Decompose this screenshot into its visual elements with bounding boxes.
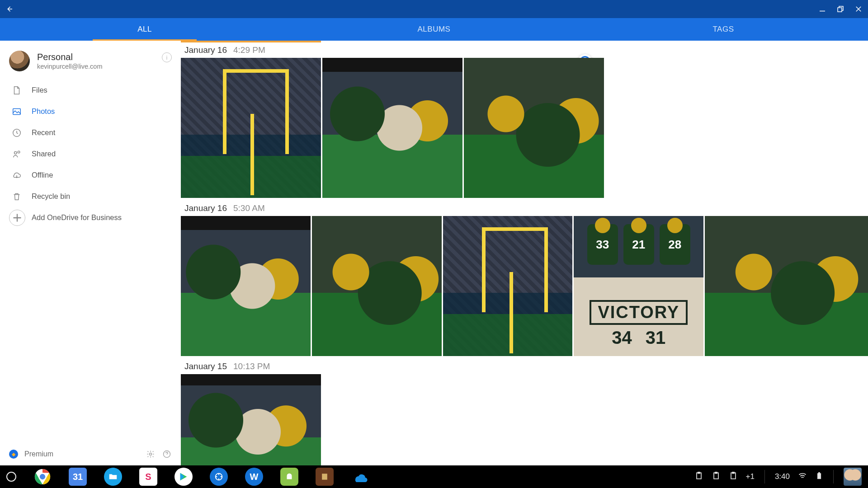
tray-clipboard-icon[interactable] xyxy=(694,471,703,483)
onedrive-taskbar-icon[interactable] xyxy=(351,468,369,486)
sidebar-item-label: Files xyxy=(32,86,47,94)
tab-label: ALL xyxy=(137,25,152,34)
jersey-badge: 21 xyxy=(623,224,654,265)
sidebar-item-label: Recycle bin xyxy=(32,192,70,201)
tray-clipboard-icon[interactable] xyxy=(712,471,721,483)
time-label: 5:30 AM xyxy=(233,203,265,213)
photo-thumbnail[interactable]: 33 21 28 VICTORY 34 31 xyxy=(574,216,703,356)
battery-icon[interactable] xyxy=(815,472,823,482)
sidebar-item-offline[interactable]: Offline xyxy=(9,164,172,186)
trash-icon xyxy=(12,192,22,202)
photo-grid: January 16 4:29 PM January 16 5:30 AM 33… xyxy=(181,41,868,465)
photo-thumbnail[interactable] xyxy=(705,216,868,356)
tray-clipboard-icon[interactable] xyxy=(729,471,738,483)
date-label: January 15 xyxy=(184,361,227,371)
svg-point-9 xyxy=(39,473,46,480)
sidebar-item-recycle-bin[interactable]: Recycle bin xyxy=(9,186,172,207)
photo-thumbnail[interactable] xyxy=(181,58,321,198)
settings-icon[interactable] xyxy=(146,449,156,459)
time-label: 10:13 PM xyxy=(233,361,270,371)
target-app-icon[interactable] xyxy=(210,468,228,486)
sidebar-item-shared[interactable]: Shared xyxy=(9,143,172,164)
photo-row xyxy=(181,58,868,199)
cloud-off-icon xyxy=(12,170,22,180)
tab-label: TAGS xyxy=(712,25,734,34)
minimize-button[interactable] xyxy=(818,5,826,13)
score-b: 31 xyxy=(646,328,666,348)
sidebar-footer: ◆ Premium xyxy=(9,449,172,459)
photo-thumbnail[interactable] xyxy=(464,58,604,198)
svg-rect-21 xyxy=(819,472,820,473)
svg-rect-13 xyxy=(322,474,327,479)
help-icon[interactable] xyxy=(162,449,172,459)
tray-separator xyxy=(764,470,765,483)
svg-rect-20 xyxy=(817,473,821,479)
svg-point-5 xyxy=(150,453,152,455)
launcher-icon[interactable] xyxy=(6,472,16,482)
tab-all[interactable]: ALL xyxy=(0,18,289,41)
back-button[interactable] xyxy=(5,5,14,13)
tray-clock[interactable]: 3:40 xyxy=(775,472,790,481)
sidebar-item-add-business[interactable]: Add OneDrive for Business xyxy=(9,207,172,228)
account-email: kevinpurcell@live.com xyxy=(37,63,102,70)
slack-icon[interactable]: S xyxy=(139,468,157,486)
photo-thumbnail[interactable] xyxy=(181,374,321,465)
share-icon xyxy=(12,149,22,159)
tab-label: ALBUMS xyxy=(418,25,451,34)
sidebar-item-label: Photos xyxy=(32,107,55,116)
sidebar-item-files[interactable]: Files xyxy=(9,80,172,101)
sidebar-nav: Files Photos Recent Shared Offline Recyc… xyxy=(9,80,172,228)
tab-tags[interactable]: TAGS xyxy=(579,18,868,41)
close-button[interactable] xyxy=(854,5,863,13)
sidebar-item-label: Offline xyxy=(32,171,53,179)
upload-progress-bar xyxy=(181,41,321,42)
photo-row xyxy=(181,374,868,465)
account-name: Personal xyxy=(37,52,102,62)
svg-rect-15 xyxy=(698,472,700,473)
sidebar: Personal kevinpurcell@live.com i Files P… xyxy=(0,41,181,465)
restore-button[interactable] xyxy=(836,5,844,13)
svg-rect-19 xyxy=(732,472,734,473)
date-header: January 16 4:29 PM xyxy=(181,41,868,58)
sidebar-item-label: Recent xyxy=(32,128,55,137)
account-info-icon[interactable]: i xyxy=(162,52,172,62)
wifi-icon[interactable] xyxy=(798,471,807,483)
account-header[interactable]: Personal kevinpurcell@live.com i xyxy=(9,51,172,71)
jersey-badge: 28 xyxy=(660,224,690,265)
svg-point-4 xyxy=(18,151,20,153)
score-a: 34 xyxy=(612,328,632,348)
window-titlebar xyxy=(0,0,868,18)
sidebar-item-recent[interactable]: Recent xyxy=(9,122,172,143)
photo-thumbnail[interactable] xyxy=(322,58,462,198)
time-label: 4:29 PM xyxy=(233,45,265,55)
photo-thumbnail[interactable] xyxy=(181,216,311,356)
tray-overflow-count[interactable]: +1 xyxy=(746,472,755,481)
date-header: January 16 5:30 AM xyxy=(181,199,868,216)
word-app-icon[interactable]: W xyxy=(245,468,263,486)
play-store-icon[interactable] xyxy=(175,468,193,486)
image-icon xyxy=(12,107,22,117)
svg-rect-0 xyxy=(838,8,842,12)
user-avatar[interactable] xyxy=(844,468,862,486)
tab-albums[interactable]: ALBUMS xyxy=(289,18,579,41)
photo-thumbnail[interactable] xyxy=(312,216,442,356)
chrome-icon[interactable] xyxy=(33,468,52,486)
os-taskbar: 31 S W +1 3:40 xyxy=(0,465,868,488)
date-header: January 15 10:13 PM xyxy=(181,357,868,374)
premium-label[interactable]: Premium xyxy=(24,450,53,458)
plus-icon xyxy=(9,210,25,226)
avatar xyxy=(9,51,30,71)
file-icon xyxy=(12,85,22,95)
victory-label: VICTORY xyxy=(590,300,688,325)
svg-rect-17 xyxy=(715,472,717,473)
photo-thumbnail[interactable] xyxy=(443,216,573,356)
tray-separator xyxy=(833,470,834,483)
calendar-icon[interactable]: 31 xyxy=(69,468,87,486)
files-app-icon[interactable] xyxy=(104,468,122,486)
bible-app-icon[interactable] xyxy=(316,468,334,486)
android-app-icon[interactable] xyxy=(280,468,298,486)
clock-icon xyxy=(12,128,22,138)
svg-point-3 xyxy=(14,151,17,154)
sidebar-item-label: Add OneDrive for Business xyxy=(32,213,122,222)
sidebar-item-photos[interactable]: Photos xyxy=(9,101,172,122)
